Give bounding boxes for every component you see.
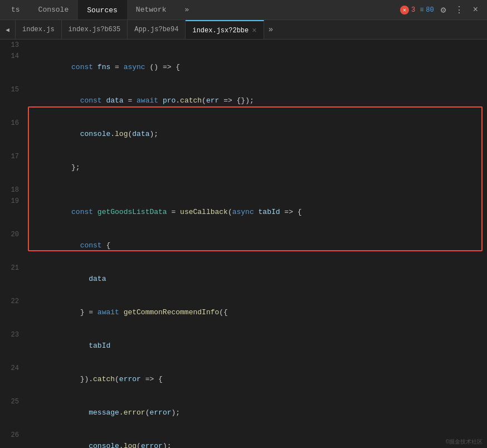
line-content-21: data [28,262,487,296]
top-tab-bar: ts Console Sources Network » ✕ 3 ≡ 80 ⚙ … [0,0,487,20]
code-line-23: 23 tabId [0,329,487,363]
line-num-16: 16 [0,118,28,129]
line-num-25: 25 [0,396,28,407]
code-line-17: 17 }; [0,151,487,184]
line-num-21: 21 [0,262,28,274]
warning-count: 80 [426,6,434,14]
line-num-23: 23 [0,329,28,340]
file-tab-index-js-b635-label: index.js?b635 [69,26,121,33]
line-num-19: 19 [0,196,28,207]
line-content-19: const getGoodsListData = useCallback(asy… [28,196,487,229]
file-tab-close-icon[interactable]: × [252,26,256,35]
tab-network-label: Network [136,6,167,14]
close-devtools-button[interactable]: × [470,3,480,17]
code-line-25: 25 message.error(error); [0,396,487,430]
code-lines: 13 14 const fns = async () => { 15 const… [0,40,487,448]
code-line-18: 18 [0,184,487,196]
line-num-18: 18 [0,184,28,196]
tab-more-label: » [184,6,189,14]
code-line-15: 15 const data = await pro.catch(err => {… [0,84,487,118]
error-badge: ✕ 3 [400,6,415,14]
line-content-26: console.log(error); [28,430,487,448]
file-tab-index-js-b635[interactable]: index.js?b635 [62,20,128,39]
tab-network[interactable]: Network [127,0,176,20]
line-content-14: const fns = async () => { [28,51,487,84]
line-content-24: }).catch(error => { [28,363,487,396]
file-tab-index-jsx-2bbe-label: index.jsx?2bbe [192,27,249,35]
code-line-22: 22 } = await getCommonRecommendInfo({ [0,296,487,329]
tab-ts-label: ts [11,6,20,14]
warning-icon: ≡ [420,6,423,14]
tab-console-label: Console [38,6,69,14]
tab-ts[interactable]: ts [2,0,30,20]
line-num-14: 14 [0,51,28,62]
file-tab-app-js-be94[interactable]: App.js?be94 [128,20,186,39]
line-num-15: 15 [0,84,28,95]
file-tab-bar: ◀ index.js index.js?b635 App.js?be94 ind… [0,20,487,40]
tab-sources-label: Sources [87,6,118,14]
tab-sources[interactable]: Sources [78,0,127,20]
file-tab-index-jsx-2bbe[interactable]: index.jsx?2bbe × [186,20,264,39]
file-tab-index-js-label: index.js [22,26,55,33]
line-content-15: const data = await pro.catch(err => {}); [28,84,487,118]
line-content-20: const { [28,229,487,262]
line-content-17: }; [28,151,487,184]
error-count: 3 [411,6,415,14]
line-content-23: tabId [28,329,487,363]
code-line-24: 24 }).catch(error => { [0,363,487,396]
line-content-16: console.log(data); [28,118,487,151]
file-tab-nav-left[interactable]: ◀ [0,20,16,39]
line-num-20: 20 [0,229,28,240]
line-num-26: 26 [0,430,28,441]
line-content-25: message.error(error); [28,396,487,430]
line-content-22: } = await getCommonRecommendInfo({ [28,296,487,329]
tab-console[interactable]: Console [30,0,79,20]
tab-more[interactable]: » [176,0,198,20]
code-line-21: 21 data [0,262,487,296]
code-line-16: 16 console.log(data); [0,118,487,151]
warning-badge: ≡ 80 [420,6,434,14]
file-tab-index-js[interactable]: index.js [16,20,62,39]
watermark: ©掘金技术社区 [446,438,483,446]
line-num-24: 24 [0,363,28,374]
line-num-13: 13 [0,40,28,51]
top-bar-right: ✕ 3 ≡ 80 ⚙ ⋮ × [400,2,485,18]
more-options-icon[interactable]: ⋮ [452,2,466,18]
code-line-13: 13 [0,40,487,51]
code-line-20: 20 const { [0,229,487,262]
file-tab-app-js-be94-label: App.js?be94 [134,26,178,33]
code-line-14: 14 const fns = async () => { [0,51,487,84]
code-editor: 13 14 const fns = async () => { 15 const… [0,40,487,448]
code-line-26: 26 console.log(error); [0,430,487,448]
line-num-17: 17 [0,151,28,162]
line-num-22: 22 [0,296,28,307]
file-tab-more[interactable]: » [264,20,277,39]
code-line-19: 19 const getGoodsListData = useCallback(… [0,196,487,229]
gear-icon[interactable]: ⚙ [439,2,449,18]
error-icon: ✕ [400,6,409,14]
